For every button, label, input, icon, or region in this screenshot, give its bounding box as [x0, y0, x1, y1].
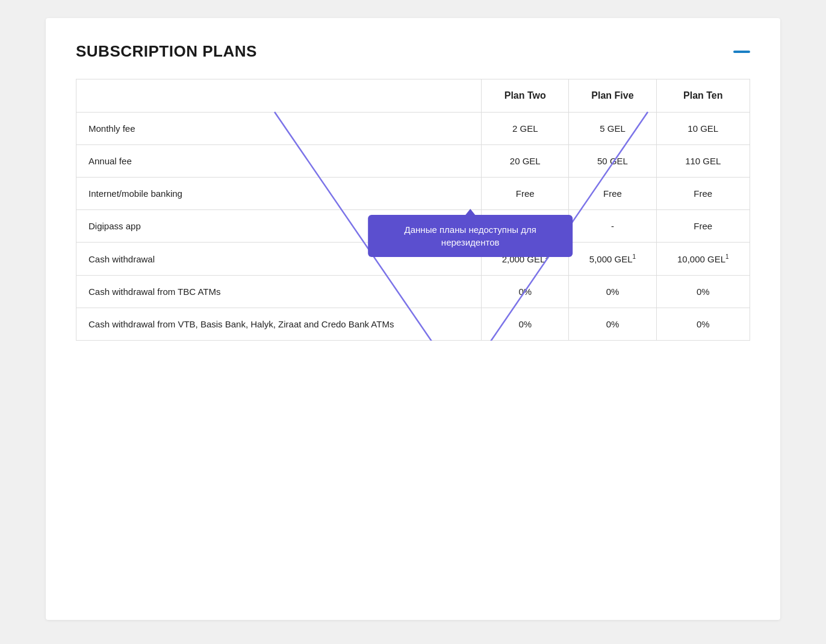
row-label-internet-banking: Internet/mobile banking — [76, 178, 482, 210]
row-label-monthly-fee: Monthly fee — [76, 113, 482, 145]
cell-monthly-plan-five: 5 GEL — [569, 113, 656, 145]
cell-digipass-plan-ten: Free — [656, 210, 750, 243]
cell-internet-plan-ten: Free — [656, 178, 750, 210]
minimize-button[interactable] — [733, 51, 750, 53]
cell-monthly-plan-two: 2 GEL — [482, 113, 569, 145]
table-row: Cash withdrawal 2,000 GEL1 5,000 GEL1 10… — [76, 243, 750, 276]
cell-vtb-plan-ten: 0% — [656, 308, 750, 341]
col-header-plan-ten: Plan Ten — [656, 79, 750, 113]
row-label-digipass: Digipass app — [76, 210, 482, 243]
cell-tbc-plan-two: 0% — [482, 276, 569, 308]
cell-cash-plan-ten: 10,000 GEL1 — [656, 243, 750, 276]
cell-digipass-plan-two: - — [482, 210, 569, 243]
table-header-row: Plan Two Plan Five Plan Ten — [76, 79, 750, 113]
cell-tbc-plan-ten: 0% — [656, 276, 750, 308]
table-row: Cash withdrawal from TBC ATMs 0% 0% 0% — [76, 276, 750, 308]
row-label-cash-withdrawal: Cash withdrawal — [76, 243, 482, 276]
row-label-annual-fee: Annual fee — [76, 145, 482, 178]
page-title: SUBSCRIPTION PLANS — [76, 42, 257, 61]
table-row: Internet/mobile banking Free Free Free — [76, 178, 750, 210]
table-row: Cash withdrawal from VTB, Basis Bank, Ha… — [76, 308, 750, 341]
cell-cash-plan-two: 2,000 GEL1 — [482, 243, 569, 276]
cell-internet-plan-two: Free — [482, 178, 569, 210]
cell-vtb-plan-two: 0% — [482, 308, 569, 341]
row-label-tbc-atm: Cash withdrawal from TBC ATMs — [76, 276, 482, 308]
table-wrapper: Plan Two Plan Five Plan Ten Monthly fee … — [76, 79, 750, 341]
cell-annual-plan-ten: 110 GEL — [656, 145, 750, 178]
cell-tbc-plan-five: 0% — [569, 276, 656, 308]
subscription-plans-card: SUBSCRIPTION PLANS Plan Two Plan Five Pl… — [46, 18, 780, 620]
subscription-table: Plan Two Plan Five Plan Ten Monthly fee … — [76, 79, 750, 341]
cell-digipass-plan-five: - — [569, 210, 656, 243]
col-header-plan-two: Plan Two — [482, 79, 569, 113]
cell-vtb-plan-five: 0% — [569, 308, 656, 341]
cell-annual-plan-five: 50 GEL — [569, 145, 656, 178]
cell-annual-plan-two: 20 GEL — [482, 145, 569, 178]
cell-internet-plan-five: Free — [569, 178, 656, 210]
col-header-label — [76, 79, 482, 113]
row-label-vtb-atm: Cash withdrawal from VTB, Basis Bank, Ha… — [76, 308, 482, 341]
table-row: Digipass app - - Free — [76, 210, 750, 243]
table-row: Monthly fee 2 GEL 5 GEL 10 GEL — [76, 113, 750, 145]
cell-cash-plan-five: 5,000 GEL1 — [569, 243, 656, 276]
cell-monthly-plan-ten: 10 GEL — [656, 113, 750, 145]
card-header: SUBSCRIPTION PLANS — [76, 42, 750, 61]
col-header-plan-five: Plan Five — [569, 79, 656, 113]
table-row: Annual fee 20 GEL 50 GEL 110 GEL — [76, 145, 750, 178]
